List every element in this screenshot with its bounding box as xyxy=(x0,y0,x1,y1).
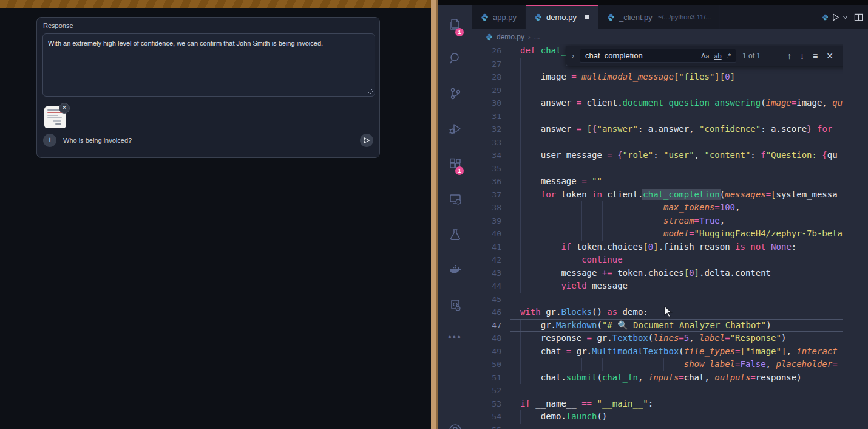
line-number[interactable]: 52 xyxy=(472,384,501,397)
line-number[interactable]: 31 xyxy=(472,110,501,123)
code-line[interactable]: 51 chat.submit(chat_fn, inputs=chat, out… xyxy=(472,371,843,385)
line-number[interactable]: 43 xyxy=(472,267,501,280)
code-line[interactable]: 38 max_tokens=100, xyxy=(472,201,843,214)
testing-flask-icon[interactable] xyxy=(448,227,463,242)
line-number[interactable]: 47 xyxy=(472,319,501,332)
chevron-down-icon[interactable] xyxy=(843,15,848,20)
code-line[interactable]: 39 stream=True, xyxy=(472,214,843,228)
more-views-icon[interactable]: ••• xyxy=(448,332,463,346)
resize-handle-icon[interactable] xyxy=(367,89,373,94)
search-icon[interactable] xyxy=(448,51,463,66)
code-line[interactable]: 48 response = gr.Textbox(lines=5, label=… xyxy=(472,332,843,345)
code-line[interactable]: 43 message += token.choices[0].delta.con… xyxy=(472,267,843,280)
code-line[interactable]: 44 yield message xyxy=(472,280,843,293)
code-line[interactable]: 52 xyxy=(472,384,843,397)
line-number[interactable]: 32 xyxy=(472,123,501,136)
line-number[interactable]: 48 xyxy=(472,332,501,345)
line-number[interactable]: 45 xyxy=(472,293,501,306)
remove-attachment-button[interactable]: ✕ xyxy=(59,103,70,114)
previous-match-button[interactable]: ↑ xyxy=(787,51,792,61)
code-line[interactable]: 30 answer = client.document_question_ans… xyxy=(472,97,843,110)
tab-app-py[interactable]: app.py xyxy=(472,5,526,29)
find-in-selection-button[interactable]: ≡ xyxy=(813,51,818,61)
find-input[interactable]: chat_completion Aa ab .* xyxy=(580,49,736,63)
whole-word-toggle[interactable]: ab xyxy=(711,52,724,60)
line-number[interactable]: 54 xyxy=(472,410,501,424)
line-number[interactable]: 41 xyxy=(472,241,501,254)
code-line[interactable]: 40 model="HuggingFaceH4/zephyr-7b-beta xyxy=(472,227,843,241)
toggle-replace-chevron[interactable]: › xyxy=(566,52,580,60)
breadcrumb[interactable]: demo.py › ... xyxy=(472,29,843,44)
next-match-button[interactable]: ↓ xyxy=(800,51,804,61)
code-line[interactable]: 28 image = multimodal_message["files"][0… xyxy=(472,70,843,84)
dev-containers-icon[interactable] xyxy=(448,298,463,312)
code-line[interactable]: 46with gr.Blocks() as demo: xyxy=(472,306,843,319)
code-token: answer xyxy=(520,124,577,134)
account-icon[interactable] xyxy=(448,423,463,429)
regex-toggle[interactable]: .* xyxy=(724,52,733,60)
code-token: a.score xyxy=(771,124,807,134)
run-debug-icon[interactable] xyxy=(448,122,463,136)
line-number[interactable]: 49 xyxy=(472,345,501,359)
code-token: } xyxy=(807,124,812,134)
add-file-button[interactable]: + xyxy=(43,134,56,147)
line-number[interactable]: 30 xyxy=(472,97,501,110)
code-line[interactable]: 36 message = "" xyxy=(472,175,843,188)
code-line[interactable]: 35 xyxy=(472,162,843,176)
line-number[interactable]: 55 xyxy=(472,424,501,429)
remote-explorer-icon[interactable] xyxy=(448,192,463,207)
code-token: lines xyxy=(653,333,679,343)
code-token: : xyxy=(792,242,796,252)
line-number[interactable]: 46 xyxy=(472,306,501,319)
code-line[interactable]: 53if __name__ == "__main__": xyxy=(472,397,843,411)
match-case-toggle[interactable]: Aa xyxy=(699,52,711,60)
line-number[interactable]: 51 xyxy=(472,371,501,385)
split-editor-button[interactable] xyxy=(854,13,863,22)
code-editor[interactable]: 26def chat_fn(multimodal_message):2728 i… xyxy=(472,44,843,429)
code-line[interactable]: 32 answer = [{"answer": a.answer, "confi… xyxy=(472,123,843,136)
code-line[interactable]: 37 for token in client.chat_completion(m… xyxy=(472,188,843,202)
code-line[interactable]: 55 xyxy=(472,424,843,429)
line-number[interactable]: 44 xyxy=(472,280,501,293)
code-line[interactable]: 50 show_label=False, placeholder= xyxy=(472,358,843,371)
code-line[interactable]: 33 xyxy=(472,136,843,149)
code-line[interactable]: 54 demo.launch() xyxy=(472,410,843,424)
breadcrumb-symbol[interactable]: ... xyxy=(534,33,540,41)
line-number[interactable]: 35 xyxy=(472,162,501,176)
line-number[interactable]: 39 xyxy=(472,214,501,228)
line-number[interactable]: 38 xyxy=(472,201,501,214)
response-textarea[interactable]: With an extremely high level of confiden… xyxy=(42,33,375,97)
line-number[interactable]: 42 xyxy=(472,253,501,267)
code-line[interactable]: 29 xyxy=(472,84,843,97)
line-number[interactable]: 28 xyxy=(472,70,501,84)
line-number[interactable]: 53 xyxy=(472,397,501,411)
breadcrumb-file[interactable]: demo.py xyxy=(497,33,524,41)
code-line[interactable]: 49 chat = gr.MultimodalTextbox(file_type… xyxy=(472,345,843,359)
code-line[interactable]: 31 xyxy=(472,110,843,123)
code-line[interactable]: 34 user_message = {"role": "user", "cont… xyxy=(472,149,843,162)
code-line[interactable]: 42 continue xyxy=(472,253,843,267)
line-number[interactable]: 29 xyxy=(472,84,501,97)
line-number[interactable]: 27 xyxy=(472,58,501,71)
line-number[interactable]: 37 xyxy=(472,188,501,202)
line-number[interactable]: 26 xyxy=(472,44,501,58)
chat-input[interactable]: Who is being invoiced? xyxy=(63,137,132,144)
source-control-icon[interactable] xyxy=(448,86,463,101)
code-line[interactable]: 45 xyxy=(472,293,843,306)
run-button[interactable] xyxy=(831,13,840,22)
find-query[interactable]: chat_completion xyxy=(585,51,699,60)
code-line[interactable]: 47 gr.Markdown("# 🔍 Document Analyzer Ch… xyxy=(472,319,843,332)
tab-client-py[interactable]: _client.py ~/.../python3.11/... xyxy=(598,5,720,29)
line-number[interactable]: 50 xyxy=(472,358,501,371)
close-find-button[interactable]: ✕ xyxy=(826,51,833,61)
send-button[interactable] xyxy=(360,134,373,147)
line-number[interactable]: 40 xyxy=(472,227,501,241)
line-number[interactable]: 34 xyxy=(472,149,501,162)
line-number[interactable]: 33 xyxy=(472,136,501,149)
line-number[interactable]: 36 xyxy=(472,175,501,188)
indent-guide xyxy=(623,201,623,214)
docker-icon[interactable] xyxy=(448,263,463,277)
tab-demo-py[interactable]: demo.py xyxy=(526,5,598,29)
code-line[interactable]: 41 if token.choices[0].finish_reason is … xyxy=(472,241,843,254)
modified-dot-icon[interactable] xyxy=(585,15,589,19)
